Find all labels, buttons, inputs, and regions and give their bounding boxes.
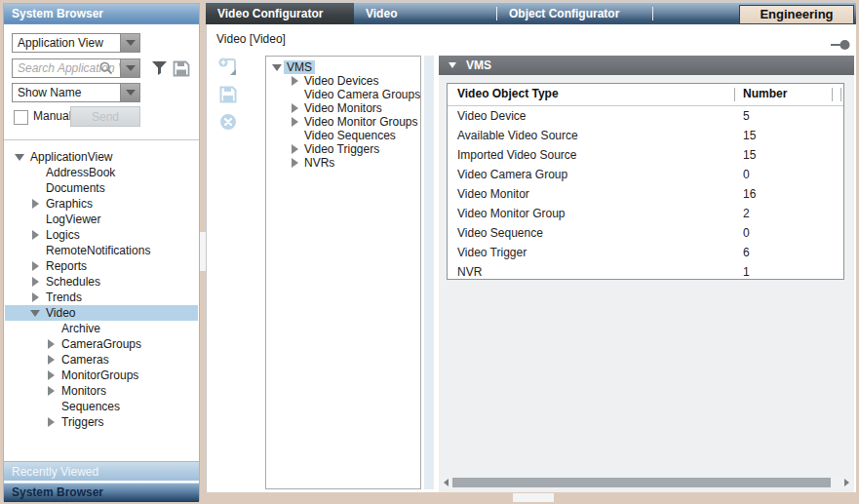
vms-tree-item-video-monitor-groups[interactable]: Video Monitor Groups	[266, 115, 420, 129]
sidebar-tree-item-video[interactable]: Video	[5, 305, 198, 321]
system-browser-panel-title: System Browser	[4, 4, 199, 24]
sidebar-tree-item-addressbook[interactable]: AddressBook	[5, 165, 198, 180]
new-item-icon[interactable]	[217, 57, 239, 76]
table-row-video-device[interactable]: Video Device5	[448, 106, 843, 126]
expander-icon[interactable]	[46, 370, 58, 380]
sidebar-tree-item-logviewer[interactable]: LogViewer	[5, 212, 198, 227]
vms-tree-item-video-sequences[interactable]: Video Sequences	[266, 129, 420, 142]
object-type-cell: Video Sequence	[457, 226, 543, 240]
sidebar-tree-item-remotenotifications[interactable]: RemoteNotifications	[5, 243, 198, 258]
recently-viewed-bar[interactable]: Recently Viewed	[4, 461, 199, 481]
expander-icon[interactable]	[30, 261, 42, 271]
save-filter-icon[interactable]	[172, 58, 191, 78]
sidebar-tree-item-triggers[interactable]: Triggers	[5, 414, 198, 430]
expander-icon[interactable]	[30, 308, 42, 318]
detail-panel-hscrollbar[interactable]	[441, 477, 852, 488]
expander-icon[interactable]	[46, 417, 58, 427]
tree-item-label: Schedules	[42, 274, 100, 290]
table-row-imported-video-source[interactable]: Imported Video Source15	[448, 145, 843, 165]
expander-icon[interactable]	[30, 199, 42, 209]
expander-icon[interactable]	[272, 62, 284, 72]
expander-icon[interactable]	[290, 144, 301, 154]
search-box[interactable]	[12, 58, 140, 78]
expander-icon[interactable]	[46, 339, 58, 349]
expander-icon[interactable]	[290, 76, 301, 86]
expander-icon[interactable]	[290, 158, 301, 168]
column-separator[interactable]	[832, 88, 833, 101]
chevron-down-icon[interactable]	[120, 34, 139, 52]
table-row-video-monitor-group[interactable]: Video Monitor Group2	[448, 204, 843, 223]
expander-icon[interactable]	[30, 277, 42, 287]
object-type-cell: NVR	[457, 265, 482, 279]
expander-icon[interactable]	[46, 355, 58, 365]
view-selector-dropdown[interactable]: Application View	[12, 33, 140, 53]
sidebar-tree-item-sequences[interactable]: Sequences	[5, 399, 198, 414]
expander-icon[interactable]	[30, 292, 42, 302]
sidebar-tree-item-cameras[interactable]: Cameras	[5, 352, 198, 368]
number-cell: 6	[743, 246, 750, 259]
delete-icon[interactable]	[219, 113, 241, 133]
manual-checkbox[interactable]	[14, 110, 28, 125]
sidebar-tree-item-reports[interactable]: Reports	[5, 258, 198, 274]
divider	[4, 139, 199, 140]
tree-item-label: VMS	[284, 60, 315, 74]
vms-tree-item-video-devices[interactable]: Video Devices	[266, 74, 420, 88]
scroll-right-icon[interactable]	[844, 479, 849, 486]
tree-item-label: AddressBook	[42, 165, 115, 180]
video-object-table: Video Object Type Number Video Device5Av…	[447, 83, 844, 280]
engineering-mode-button[interactable]: Engineering	[739, 5, 854, 24]
chevron-down-icon[interactable]	[120, 59, 139, 77]
send-button[interactable]: Send	[70, 106, 140, 127]
table-row-video-camera-group[interactable]: Video Camera Group0	[448, 165, 843, 184]
vms-tree-item-video-camera-groups[interactable]: Video Camera Groups	[266, 88, 420, 101]
column-separator[interactable]	[840, 88, 841, 101]
expander-spacer	[46, 324, 58, 333]
pin-icon[interactable]	[831, 37, 850, 55]
sidebar-tree-item-applicationview[interactable]: ApplicationView	[5, 149, 198, 165]
table-row-nvr[interactable]: NVR1	[448, 262, 843, 282]
column-header-number[interactable]: Number	[743, 87, 787, 100]
expander-icon[interactable]	[30, 230, 42, 240]
scroll-left-icon[interactable]	[444, 479, 449, 486]
sidebar-tree-item-cameragroups[interactable]: CameraGroups	[5, 336, 198, 352]
vms-tree-item-video-monitors[interactable]: Video Monitors	[266, 101, 420, 115]
column-separator[interactable]	[734, 88, 735, 101]
horizontal-scrollbar-thumb[interactable]	[513, 493, 554, 502]
hscrollbar-thumb[interactable]	[452, 478, 831, 487]
expander-icon[interactable]	[46, 386, 58, 396]
sidebar-tree-item-schedules[interactable]: Schedules	[5, 274, 198, 290]
sidebar-tree-item-monitorgroups[interactable]: MonitorGroups	[5, 368, 198, 383]
column-header-type[interactable]: Video Object Type	[457, 87, 559, 100]
table-row-video-monitor[interactable]: Video Monitor16	[448, 184, 843, 204]
vms-section-title: VMS	[466, 56, 491, 75]
system-browser-bottom-tab[interactable]: System Browser	[4, 483, 199, 502]
vms-tree-item-video-triggers[interactable]: Video Triggers	[266, 142, 420, 156]
sidebar-tree-item-graphics[interactable]: Graphics	[5, 196, 198, 212]
tree-item-label: Trends	[42, 290, 82, 305]
sidebar-tree-item-archive[interactable]: Archive	[5, 321, 198, 336]
expander-icon[interactable]	[290, 103, 301, 113]
tab-video[interactable]: Video	[366, 3, 397, 25]
number-cell: 15	[743, 129, 756, 142]
sidebar-tree-item-documents[interactable]: Documents	[5, 180, 198, 196]
tree-panel-scrollbar[interactable]	[424, 56, 434, 489]
sidebar-tree-item-trends[interactable]: Trends	[5, 290, 198, 305]
table-row-video-trigger[interactable]: Video Trigger6	[448, 243, 843, 262]
expander-icon[interactable]	[15, 152, 26, 162]
chevron-down-icon[interactable]	[120, 84, 139, 101]
tab-object-configurator[interactable]: Object Configurator	[509, 3, 619, 25]
table-row-video-sequence[interactable]: Video Sequence0	[448, 223, 843, 243]
display-mode-dropdown[interactable]: Show Name	[12, 83, 140, 102]
tab-video-configurator[interactable]: Video Configurator	[206, 3, 354, 25]
table-row-available-video-source[interactable]: Available Video Source15	[448, 126, 843, 145]
filter-icon[interactable]	[149, 58, 169, 78]
vms-tree: VMSVideo DevicesVideo Camera GroupsVideo…	[266, 57, 420, 170]
sidebar-tree-item-monitors[interactable]: Monitors	[5, 383, 198, 399]
sidebar-tree-item-logics[interactable]: Logics	[5, 227, 198, 243]
vms-tree-item-nvrs[interactable]: NVRs	[266, 156, 420, 170]
save-icon[interactable]	[219, 86, 241, 105]
expander-icon[interactable]	[290, 117, 301, 127]
vms-section-header[interactable]: VMS	[439, 56, 854, 75]
tree-item-label: Documents	[42, 180, 105, 196]
vms-tree-item-vms[interactable]: VMS	[266, 60, 420, 74]
